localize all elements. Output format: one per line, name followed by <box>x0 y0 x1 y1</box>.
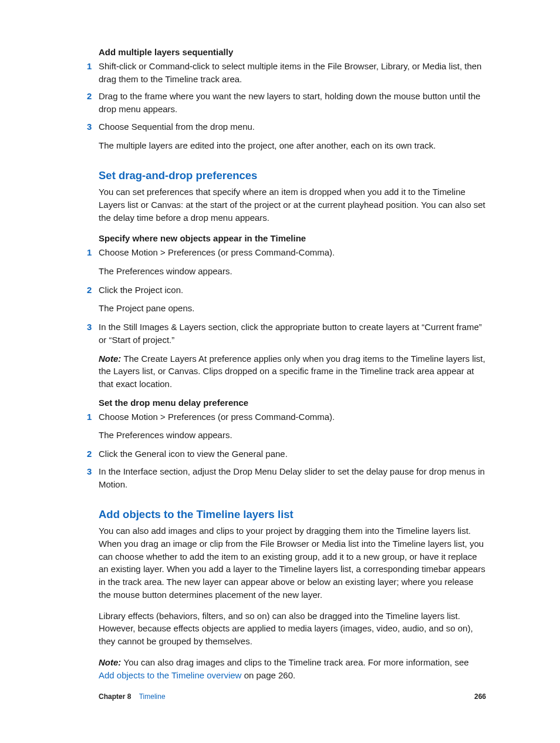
step-text: In the Still Images & Layers section, cl… <box>99 321 486 347</box>
step-1: 1 Shift-click or Command-click to select… <box>99 60 486 86</box>
heading-drop-menu-delay: Set the drop menu delay preference <box>99 396 486 409</box>
step-text: Choose Motion > Preferences (or press Co… <box>99 246 486 259</box>
link-add-objects-overview[interactable]: Add objects to the Timeline overview <box>99 670 241 680</box>
step-number: 2 <box>87 284 92 297</box>
step-2: 2 Click the Project icon. The Project pa… <box>99 284 486 315</box>
chapter-name-link[interactable]: Timeline <box>139 692 166 701</box>
step-text: Shift-click or Command-click to select m… <box>99 60 486 86</box>
step-text: Choose Motion > Preferences (or press Co… <box>99 411 486 423</box>
note-paragraph: Note: The Create Layers At preference ap… <box>99 352 486 391</box>
step-2: 2 Click the General icon to view the Gen… <box>99 448 486 460</box>
heading-add-multiple: Add multiple layers sequentially <box>99 46 486 59</box>
step-text: In the Interface section, adjust the Dro… <box>99 465 486 491</box>
step-follow-text: The multiple layers are edited into the … <box>99 139 486 152</box>
paragraph: Library effects (behaviors, filters, and… <box>99 610 486 648</box>
section-title-drag-drop: Set drag-and-drop preferences <box>99 168 486 184</box>
step-3: 3 In the Interface section, adjust the D… <box>99 465 486 491</box>
step-number: 3 <box>87 321 92 334</box>
step-number: 1 <box>87 411 92 423</box>
step-1: 1 Choose Motion > Preferences (or press … <box>99 246 486 278</box>
step-number: 3 <box>87 465 92 478</box>
note-body: You can also drag images and clips to th… <box>124 657 469 667</box>
paragraph: You can also add images and clips to you… <box>99 525 486 601</box>
step-follow-text: The Preferences window appears. <box>99 265 486 278</box>
step-text: Click the General icon to view the Gener… <box>99 448 486 460</box>
note-body-tail: on page 260. <box>241 670 295 680</box>
step-number: 1 <box>87 246 92 259</box>
step-text: Choose Sequential from the drop menu. <box>99 120 486 133</box>
step-follow-text: The Project pane opens. <box>99 302 486 315</box>
step-text: Click the Project icon. <box>99 284 486 297</box>
step-number: 1 <box>87 60 92 73</box>
page-number: 266 <box>474 692 486 702</box>
step-3: 3 Choose Sequential from the drop menu. … <box>99 120 486 152</box>
intro-paragraph: You can set preferences that specify whe… <box>99 186 486 224</box>
chapter-label: Chapter 8 <box>99 692 131 701</box>
step-text: Drag to the frame where you want the new… <box>99 90 486 116</box>
note-paragraph: Note: You can also drag images and clips… <box>99 656 486 682</box>
step-number: 2 <box>87 90 92 103</box>
note-label: Note: <box>99 657 124 667</box>
step-number: 3 <box>87 120 92 133</box>
note-label: Note: <box>99 354 124 364</box>
page-content: Add multiple layers sequentially 1 Shift… <box>0 0 560 681</box>
heading-specify-objects: Specify where new objects appear in the … <box>99 232 486 245</box>
note-body: The Create Layers At preference applies … <box>99 354 485 389</box>
step-2: 2 Drag to the frame where you want the n… <box>99 90 486 116</box>
step-3: 3 In the Still Images & Layers section, … <box>99 321 486 391</box>
step-number: 2 <box>87 448 92 460</box>
footer-left: Chapter 8 Timeline <box>99 692 166 702</box>
step-follow-text: The Preferences window appears. <box>99 429 486 442</box>
step-1: 1 Choose Motion > Preferences (or press … <box>99 411 486 442</box>
section-title-add-objects: Add objects to the Timeline layers list <box>99 507 486 523</box>
page-footer: Chapter 8 Timeline 266 <box>99 692 486 702</box>
